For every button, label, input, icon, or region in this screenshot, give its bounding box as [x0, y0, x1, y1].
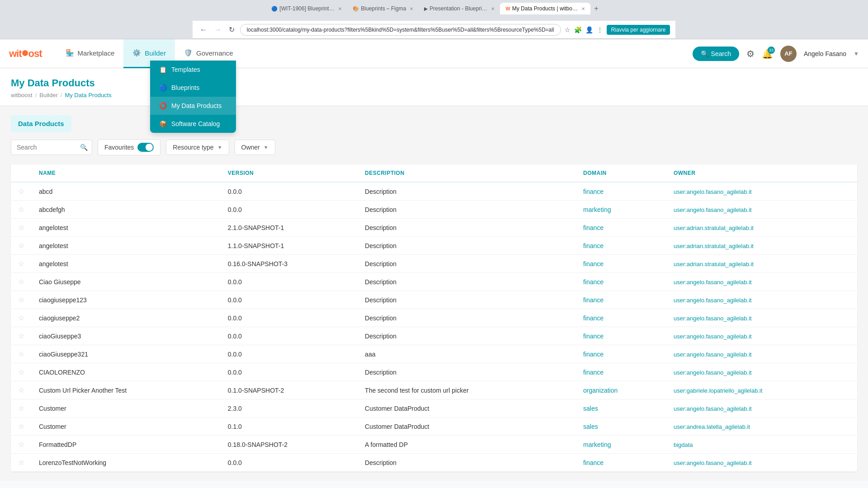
dropdown-item-my-data-products[interactable]: ⭕ My Data Products [150, 97, 236, 115]
tab-close-2[interactable]: ✕ [410, 6, 413, 11]
user-profile-button[interactable]: 👤 [585, 26, 593, 33]
star-icon[interactable]: ☆ [18, 332, 24, 340]
row-domain[interactable]: finance [583, 260, 604, 267]
resource-type-filter[interactable]: Resource type ▼ [166, 140, 229, 155]
row-domain[interactable]: finance [583, 369, 604, 376]
row-domain[interactable]: sales [583, 405, 598, 412]
star-icon[interactable]: ☆ [18, 278, 24, 286]
row-name[interactable]: LorenzoTestNotWorking [39, 459, 106, 466]
row-owner[interactable]: user:angelo.fasano_agilelab.it [674, 206, 752, 213]
star-icon[interactable]: ☆ [18, 459, 24, 466]
row-domain[interactable]: finance [583, 278, 604, 286]
nav-item-marketplace[interactable]: 🏪 Marketplace [57, 39, 124, 68]
star-icon[interactable]: ☆ [18, 260, 24, 267]
row-name[interactable]: ciaoGiuseppe3 [39, 333, 81, 340]
star-icon[interactable]: ☆ [18, 314, 24, 322]
row-domain[interactable]: sales [583, 423, 598, 430]
col-header-owner[interactable]: OWNER [666, 164, 857, 182]
row-name[interactable]: Custom Url Picker Another Test [39, 387, 127, 394]
row-name[interactable]: Customer [39, 405, 66, 412]
row-name[interactable]: angelotest [39, 224, 68, 231]
row-name[interactable]: ciaogiuseppe2 [39, 314, 80, 322]
row-name[interactable]: angelotest [39, 260, 68, 267]
star-icon[interactable]: ☆ [18, 386, 24, 394]
row-name[interactable]: FormattedDP [39, 441, 76, 448]
browser-tab-3[interactable]: ▶ Presentation - Blueprints ✕ [419, 3, 500, 14]
browser-tab-1[interactable]: 🔵 [WIT-1906] Blueprints 2.0 - ✕ [266, 3, 347, 14]
settings-icon-button[interactable]: ⚙ [746, 48, 755, 59]
row-owner[interactable]: user:adrian.stratulat_agilelab.it [674, 261, 754, 267]
col-header-description[interactable]: DESCRIPTION [358, 164, 576, 182]
row-owner[interactable]: user:gabriele.lopatriello_agilelab.it [674, 387, 763, 394]
search-button[interactable]: 🔍 Search [693, 47, 739, 61]
star-icon[interactable]: ☆ [18, 296, 24, 304]
back-button[interactable]: ← [198, 24, 209, 36]
row-domain[interactable]: finance [583, 242, 604, 249]
row-domain[interactable]: marketing [583, 206, 611, 213]
row-domain[interactable]: marketing [583, 441, 611, 448]
refresh-button[interactable]: ↻ [227, 23, 236, 36]
row-owner[interactable]: user:angelo.fasano_agilelab.it [674, 297, 752, 304]
breadcrumb-witboost[interactable]: witboost [11, 92, 33, 99]
row-owner[interactable]: user:adrian.stratulat_agilelab.it [674, 225, 754, 231]
url-bar[interactable]: localhost:3000/catalog/my-data-products?… [240, 24, 561, 36]
star-icon[interactable]: ☆ [18, 350, 24, 358]
owner-filter[interactable]: Owner ▼ [235, 140, 275, 155]
forward-button[interactable]: → [212, 24, 223, 36]
col-header-name[interactable]: NAME [32, 164, 221, 182]
row-owner[interactable]: user:angelo.fasano_agilelab.it [674, 279, 752, 286]
row-name[interactable]: abcd [39, 188, 52, 195]
row-owner[interactable]: user:angelo.fasano_agilelab.it [674, 405, 752, 412]
col-header-domain[interactable]: DOMAIN [576, 164, 666, 182]
star-icon[interactable]: ☆ [18, 224, 24, 231]
browser-tab-2[interactable]: 🎨 Blueprints – Figma ✕ [347, 3, 419, 14]
dropdown-item-software-catalog[interactable]: 📦 Software Catalog [150, 115, 236, 133]
star-icon[interactable]: ☆ [18, 188, 24, 195]
browser-tab-4[interactable]: W My Data Products | witboost ✕ [500, 3, 590, 14]
dropdown-item-templates[interactable]: 📋 Templates [150, 61, 236, 79]
row-owner[interactable]: user:angelo.fasano_agilelab.it [674, 188, 752, 195]
row-owner[interactable]: user:angelo.fasano_agilelab.it [674, 333, 752, 340]
tab-close-4[interactable]: ✕ [581, 6, 585, 11]
dropdown-item-blueprints[interactable]: 🔵 Blueprints [150, 79, 236, 97]
row-domain[interactable]: finance [583, 333, 604, 340]
row-name[interactable]: angelotest [39, 242, 68, 249]
logo[interactable]: wit ost [9, 48, 42, 60]
extensions-button[interactable]: 🧩 [574, 26, 582, 33]
new-tab-button[interactable]: + [590, 3, 602, 14]
row-domain[interactable]: finance [583, 314, 604, 322]
col-header-version[interactable]: VERSION [221, 164, 358, 182]
star-icon[interactable]: ☆ [18, 242, 24, 249]
star-icon[interactable]: ☆ [18, 206, 24, 213]
row-owner[interactable]: user:angelo.fasano_agilelab.it [674, 460, 752, 466]
user-chevron-icon[interactable]: ▼ [854, 51, 859, 57]
star-icon[interactable]: ☆ [18, 404, 24, 412]
row-name[interactable]: CIAOLORENZO [39, 369, 85, 376]
row-domain[interactable]: finance [583, 351, 604, 358]
row-owner[interactable]: user:angelo.fasano_agilelab.it [674, 315, 752, 322]
row-owner[interactable]: user:angelo.fasano_agilelab.it [674, 351, 752, 358]
settings-button[interactable]: ⋮ [597, 26, 603, 33]
row-domain[interactable]: finance [583, 224, 604, 231]
tab-close-1[interactable]: ✕ [338, 6, 342, 11]
row-name[interactable]: ciaogiuseppe123 [39, 296, 87, 304]
bookmark-button[interactable]: ☆ [565, 26, 571, 33]
star-icon[interactable]: ☆ [18, 368, 24, 376]
star-icon[interactable]: ☆ [18, 422, 24, 430]
favourites-filter[interactable]: Favourites [98, 139, 160, 155]
row-owner[interactable]: user:andrea.latella_agilelab.it [674, 423, 750, 430]
star-icon[interactable]: ☆ [18, 441, 24, 448]
row-owner[interactable]: user:adrian.stratulat_agilelab.it [674, 243, 754, 249]
row-owner[interactable]: bigdata [674, 441, 693, 448]
row-domain[interactable]: organization [583, 387, 618, 394]
row-domain[interactable]: finance [583, 459, 604, 466]
row-name[interactable]: Customer [39, 423, 66, 430]
row-name[interactable]: abcdefgh [39, 206, 65, 213]
breadcrumb-builder[interactable]: Builder [39, 92, 57, 99]
row-domain[interactable]: finance [583, 296, 604, 304]
tab-close-3[interactable]: ✕ [491, 6, 495, 11]
row-domain[interactable]: finance [583, 188, 604, 195]
row-name[interactable]: Ciao Giuseppe [39, 278, 81, 286]
riavvia-button[interactable]: Riavvia per aggiornare [607, 25, 670, 35]
row-name[interactable]: ciaoGiuseppe321 [39, 351, 88, 358]
